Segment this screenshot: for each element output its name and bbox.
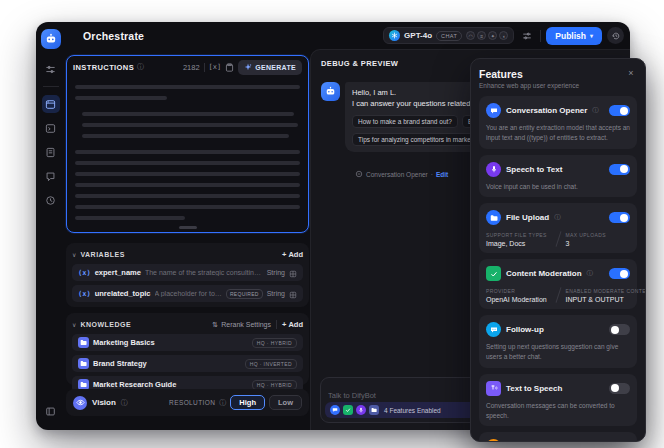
conversation-opener-toggle[interactable] [609, 105, 630, 116]
citations-toggle[interactable] [609, 441, 630, 442]
add-knowledge-button[interactable]: +Add [282, 320, 303, 329]
variables-panel: ∨ VARIABLES +Add (x) expert_name The nam… [66, 243, 309, 307]
sidebar-item-logs[interactable] [42, 143, 60, 161]
variable-settings-icon[interactable] [289, 264, 297, 282]
sidebar-item-annotation[interactable] [42, 167, 60, 185]
info-icon: ⓘ [219, 398, 226, 408]
variable-icon: (x) [78, 290, 91, 298]
variable-name: expert_name [95, 268, 141, 277]
add-variable-button[interactable]: +Add [282, 250, 303, 259]
app-avatar[interactable] [41, 29, 61, 49]
variable-type: String [267, 290, 285, 297]
rerank-settings-button[interactable]: ⇅Rerank Settings [212, 321, 271, 329]
close-icon[interactable]: × [625, 68, 637, 78]
knowledge-row[interactable]: Brand Strategy HQ · INVERTED [72, 355, 303, 372]
resolution-low-button[interactable]: Low [269, 395, 302, 410]
topbar-separator [540, 30, 541, 42]
field-divider [555, 287, 561, 303]
features-title: Features [479, 68, 523, 80]
rerank-icon: ⇅ [212, 321, 218, 329]
file-upload-icon [486, 210, 501, 225]
capability-tool-icon: ✦ [488, 31, 497, 40]
variable-row[interactable]: (x) unrelated_topic A placeholder for to… [72, 285, 303, 302]
mic-mini-icon [356, 405, 366, 415]
vision-eye-icon [73, 396, 87, 410]
feature-name: Speech to Text [506, 165, 562, 174]
chevron-down-icon: ▾ [590, 32, 593, 39]
sidebar-item-orchestrate[interactable] [42, 95, 60, 113]
feature-card-citations: Citations and Attributions Show source d… [479, 432, 637, 442]
info-icon: ⓘ [587, 269, 594, 278]
instructions-redacted-text [67, 78, 308, 220]
field-value: 3 [566, 240, 631, 247]
text-to-speech-toggle[interactable] [609, 383, 630, 394]
edit-opener-link[interactable]: Edit [436, 171, 448, 178]
history-button[interactable] [607, 27, 624, 44]
char-count: 2182 [183, 63, 200, 72]
meta-label: Conversation Opener [366, 171, 428, 178]
feature-name: Conversation Opener [506, 106, 587, 115]
feature-name: Follow-up [506, 325, 544, 334]
content-moderation-icon [486, 266, 501, 281]
instructions-title: INSTRUCTIONS [73, 63, 134, 72]
follow-up-toggle[interactable] [609, 324, 630, 335]
dataset-badge: HQ · HYBRID [252, 338, 297, 348]
capability-doc-icon: ≡ [477, 31, 486, 40]
content-moderation-toggle[interactable] [609, 268, 630, 279]
bot-avatar [321, 82, 340, 101]
variables-title: VARIABLES [80, 251, 124, 258]
model-mode-badge: CHAT [436, 31, 462, 41]
knowledge-row[interactable]: Marketing Basics HQ · HYBRID [72, 334, 303, 351]
required-badge: REQUIRED [226, 289, 263, 299]
suggested-question-chip[interactable]: How to make a brand stand out? [352, 115, 458, 128]
variable-desc: A placeholder for topics... [155, 290, 222, 297]
opener-mini-icon [330, 405, 340, 415]
field-label: SUPPORT FILE TYPES [486, 232, 551, 238]
dataset-name: Market Research Guide [93, 380, 248, 389]
copy-icon[interactable] [225, 58, 234, 76]
speech-to-text-toggle[interactable] [609, 164, 630, 175]
feature-card-speech-to-text: Speech to Text Voice input can be used i… [479, 155, 637, 198]
features-subtitle: Enhance web app user experience [479, 82, 637, 89]
generate-button[interactable]: GENERATE [238, 60, 302, 75]
model-selector[interactable]: GPT-4o CHAT ◠ ≡ ✦ ◖ [383, 27, 514, 44]
tune-icon[interactable] [42, 60, 60, 78]
variable-desc: The name of the strategic consulting... [145, 269, 263, 276]
dataset-badge: HQ · HYBRID [252, 380, 297, 390]
variable-row[interactable]: (x) expert_name The name of the strategi… [72, 264, 303, 281]
follow-up-icon [486, 322, 501, 337]
feature-desc: Voice input can be used in chat. [486, 182, 630, 192]
collapse-panel-icon[interactable] [42, 402, 60, 420]
variable-name: unrelated_topic [95, 289, 151, 298]
publish-button[interactable]: Publish ▾ [546, 27, 602, 45]
dataset-name: Brand Strategy [93, 359, 241, 368]
feature-desc: You are an entity extraction model that … [486, 123, 630, 143]
features-enabled-count: 4 Features Enabled [384, 407, 441, 414]
model-capability-icons: ◠ ≡ ✦ ◖ [466, 31, 508, 40]
file-upload-toggle[interactable] [609, 212, 630, 223]
features-panel: Features × Enhance web app user experien… [470, 58, 646, 442]
instructions-panel[interactable]: INSTRUCTIONS ⓘ 2182 [x] GENERATE [66, 55, 309, 233]
sidebar-item-monitoring[interactable] [42, 191, 60, 209]
suggested-question-chip[interactable]: Tips for analyzing competitors in market [352, 133, 479, 146]
resolution-label: RESOLUTION [169, 399, 215, 406]
feature-card-conversation-opener: Conversation Opener ⓘ You are an entity … [479, 96, 637, 149]
dataset-name: Marketing Basics [93, 338, 248, 347]
info-icon: ⓘ [592, 106, 599, 115]
sidebar-item-terminal[interactable] [42, 119, 60, 137]
collapse-icon[interactable]: ∨ [72, 251, 76, 258]
knowledge-panel: ∨ KNOWLEDGE ⇅Rerank Settings +Add Market… [66, 313, 309, 385]
capability-vision-icon: ◠ [466, 31, 475, 40]
model-params-icon[interactable] [519, 28, 535, 44]
resize-handle[interactable] [179, 226, 197, 229]
dataset-badge: HQ · INVERTED [245, 359, 297, 369]
resolution-high-button[interactable]: High [230, 395, 265, 410]
vision-panel: Vision ⓘ RESOLUTION ⓘ High Low [66, 389, 309, 416]
field-label: PROVIDER [486, 288, 551, 294]
insert-variable-icon[interactable]: [x] [209, 63, 222, 71]
variable-settings-icon[interactable] [289, 285, 297, 303]
info-icon: ⓘ [554, 213, 561, 222]
feature-name: File Upload [506, 213, 549, 222]
speech-to-text-icon [486, 162, 501, 177]
collapse-icon[interactable]: ∨ [72, 321, 76, 328]
